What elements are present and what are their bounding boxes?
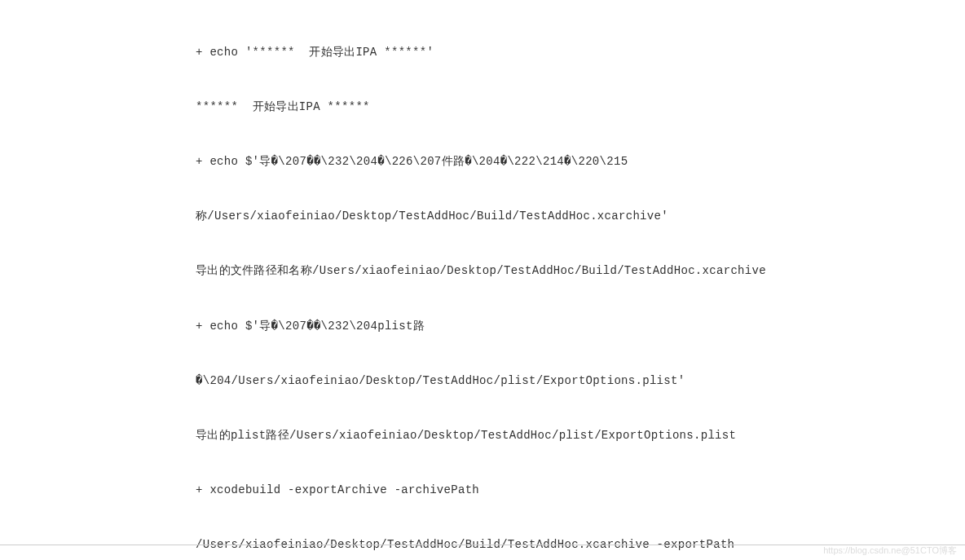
divider [0,545,965,545]
console-line: �\204/Users/xiaofeiniao/Desktop/TestAddH… [196,372,924,390]
console-line: 导出的plist路径/Users/xiaofeiniao/Desktop/Tes… [196,426,924,444]
console-line: 称/Users/xiaofeiniao/Desktop/TestAddHoc/B… [196,207,924,225]
watermark: https://blog.csdn.ne@51CTO博客 [823,544,957,558]
console-line: ****** 开始导出IPA ****** [196,98,924,116]
console-output: + echo '****** 开始导出IPA ******' ****** 开始… [0,7,965,560]
console-line: 导出的文件路径和名称/Users/xiaofeiniao/Desktop/Tes… [196,262,924,280]
console-line: + echo '****** 开始导出IPA ******' [196,43,924,61]
console-line: + echo $'导�\207��\232\204plist路 [196,317,924,335]
console-line: + echo $'导�\207��\232\204�\226\207件路�\20… [196,152,924,170]
console-line: + xcodebuild -exportArchive -archivePath [196,481,924,499]
